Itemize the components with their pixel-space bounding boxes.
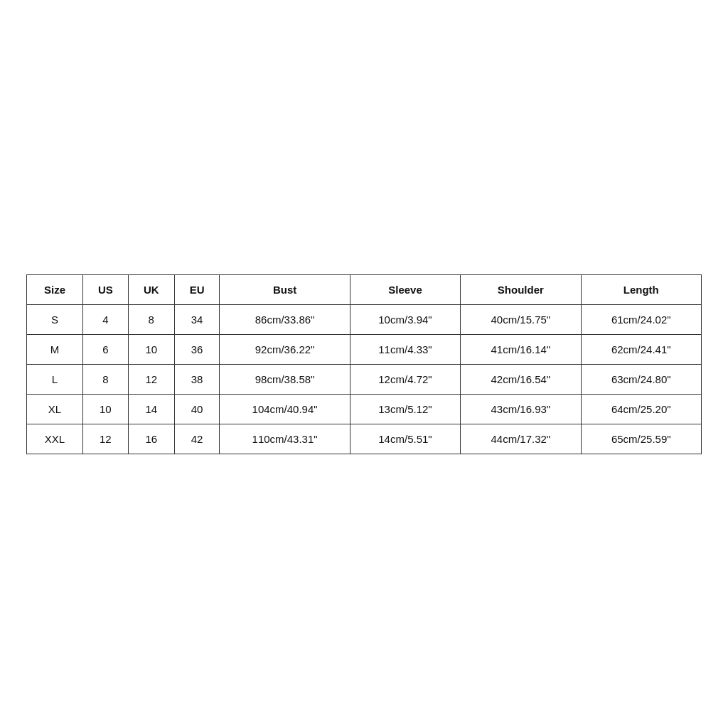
cell-shoulder: 42cm/16.54": [461, 364, 581, 394]
cell-uk: 14: [128, 394, 174, 424]
cell-eu: 40: [174, 394, 220, 424]
header-shoulder: Shoulder: [461, 274, 581, 304]
header-bust: Bust: [220, 274, 350, 304]
table-row: M6103692cm/36.22"11cm/4.33"41cm/16.14"62…: [27, 334, 702, 364]
size-chart-container: Size US UK EU Bust Sleeve Shoulder Lengt…: [26, 274, 702, 454]
cell-us: 4: [83, 304, 129, 334]
cell-bust: 98cm/38.58": [220, 364, 350, 394]
cell-us: 12: [83, 424, 129, 454]
cell-eu: 34: [174, 304, 220, 334]
header-length: Length: [581, 274, 701, 304]
cell-size: L: [27, 364, 83, 394]
cell-size: M: [27, 334, 83, 364]
header-sleeve: Sleeve: [350, 274, 460, 304]
cell-uk: 12: [128, 364, 174, 394]
cell-eu: 38: [174, 364, 220, 394]
cell-shoulder: 44cm/17.32": [461, 424, 581, 454]
cell-sleeve: 13cm/5.12": [350, 394, 460, 424]
cell-bust: 104cm/40.94": [220, 394, 350, 424]
table-header-row: Size US UK EU Bust Sleeve Shoulder Lengt…: [27, 274, 702, 304]
table-row: L8123898cm/38.58"12cm/4.72"42cm/16.54"63…: [27, 364, 702, 394]
size-chart-table: Size US UK EU Bust Sleeve Shoulder Lengt…: [26, 274, 702, 454]
cell-size: S: [27, 304, 83, 334]
cell-length: 61cm/24.02": [581, 304, 701, 334]
cell-shoulder: 40cm/15.75": [461, 304, 581, 334]
cell-sleeve: 12cm/4.72": [350, 364, 460, 394]
cell-shoulder: 41cm/16.14": [461, 334, 581, 364]
header-us: US: [83, 274, 129, 304]
cell-us: 8: [83, 364, 129, 394]
cell-bust: 86cm/33.86": [220, 304, 350, 334]
cell-size: XXL: [27, 424, 83, 454]
header-uk: UK: [128, 274, 174, 304]
cell-bust: 110cm/43.31": [220, 424, 350, 454]
cell-length: 63cm/24.80": [581, 364, 701, 394]
cell-sleeve: 10cm/3.94": [350, 304, 460, 334]
cell-length: 64cm/25.20": [581, 394, 701, 424]
cell-eu: 36: [174, 334, 220, 364]
cell-shoulder: 43cm/16.93": [461, 394, 581, 424]
cell-us: 6: [83, 334, 129, 364]
cell-size: XL: [27, 394, 83, 424]
cell-length: 62cm/24.41": [581, 334, 701, 364]
cell-eu: 42: [174, 424, 220, 454]
cell-us: 10: [83, 394, 129, 424]
table-row: S483486cm/33.86"10cm/3.94"40cm/15.75"61c…: [27, 304, 702, 334]
cell-sleeve: 11cm/4.33": [350, 334, 460, 364]
header-size: Size: [27, 274, 83, 304]
cell-length: 65cm/25.59": [581, 424, 701, 454]
table-row: XXL121642110cm/43.31"14cm/5.51"44cm/17.3…: [27, 424, 702, 454]
cell-uk: 16: [128, 424, 174, 454]
table-row: XL101440104cm/40.94"13cm/5.12"43cm/16.93…: [27, 394, 702, 424]
cell-bust: 92cm/36.22": [220, 334, 350, 364]
cell-sleeve: 14cm/5.51": [350, 424, 460, 454]
cell-uk: 10: [128, 334, 174, 364]
cell-uk: 8: [128, 304, 174, 334]
header-eu: EU: [174, 274, 220, 304]
